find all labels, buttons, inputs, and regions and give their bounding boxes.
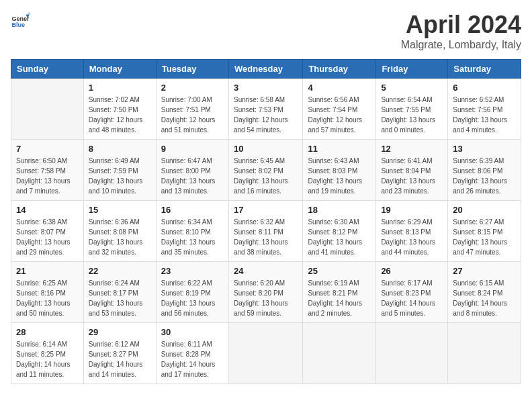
calendar-cell: 13Sunrise: 6:39 AM Sunset: 8:06 PM Dayli… [448,140,521,201]
calendar-cell: 19Sunrise: 6:29 AM Sunset: 8:13 PM Dayli… [376,201,448,262]
calendar-cell [303,323,376,384]
day-info: Sunrise: 6:24 AM Sunset: 8:17 PM Dayligh… [89,278,151,318]
calendar-cell: 24Sunrise: 6:20 AM Sunset: 8:20 PM Dayli… [228,262,302,323]
day-info: Sunrise: 6:47 AM Sunset: 8:00 PM Dayligh… [161,156,224,196]
day-info: Sunrise: 6:32 AM Sunset: 8:11 PM Dayligh… [234,217,298,257]
calendar-cell: 30Sunrise: 6:11 AM Sunset: 8:28 PM Dayli… [156,323,228,384]
calendar-cell: 14Sunrise: 6:38 AM Sunset: 8:07 PM Dayli… [11,201,84,262]
day-number: 2 [161,83,224,93]
day-number: 16 [161,205,224,215]
weekday-friday: Friday [376,60,448,79]
day-number: 14 [16,205,79,215]
logo: General Blue [11,11,30,30]
day-number: 10 [234,144,298,154]
day-number: 4 [308,83,371,93]
calendar-cell [448,323,521,384]
calendar-cell: 26Sunrise: 6:17 AM Sunset: 8:23 PM Dayli… [376,262,448,323]
day-number: 7 [16,144,79,154]
day-number: 26 [381,266,443,276]
day-number: 11 [308,144,371,154]
calendar-cell: 9Sunrise: 6:47 AM Sunset: 8:00 PM Daylig… [156,140,228,201]
svg-marker-3 [28,13,30,15]
day-info: Sunrise: 6:49 AM Sunset: 7:59 PM Dayligh… [89,156,151,196]
calendar-cell: 5Sunrise: 6:54 AM Sunset: 7:55 PM Daylig… [376,79,448,140]
day-info: Sunrise: 6:27 AM Sunset: 8:15 PM Dayligh… [453,217,516,257]
day-number: 28 [16,327,79,337]
day-number: 19 [381,205,443,215]
day-info: Sunrise: 6:54 AM Sunset: 7:55 PM Dayligh… [381,95,443,135]
week-row-2: 7Sunrise: 6:50 AM Sunset: 7:58 PM Daylig… [11,140,521,201]
day-info: Sunrise: 6:11 AM Sunset: 8:28 PM Dayligh… [161,339,224,379]
day-info: Sunrise: 6:20 AM Sunset: 8:20 PM Dayligh… [234,278,298,318]
day-info: Sunrise: 6:14 AM Sunset: 8:25 PM Dayligh… [16,339,79,379]
day-info: Sunrise: 6:36 AM Sunset: 8:08 PM Dayligh… [89,217,151,257]
day-number: 13 [453,144,516,154]
weekday-thursday: Thursday [303,60,376,79]
day-number: 1 [89,83,151,93]
day-number: 8 [89,144,151,154]
calendar-cell: 8Sunrise: 6:49 AM Sunset: 7:59 PM Daylig… [83,140,156,201]
day-info: Sunrise: 6:56 AM Sunset: 7:54 PM Dayligh… [308,95,371,135]
day-info: Sunrise: 6:43 AM Sunset: 8:03 PM Dayligh… [308,156,371,196]
calendar-cell: 17Sunrise: 6:32 AM Sunset: 8:11 PM Dayli… [228,201,302,262]
calendar-cell: 28Sunrise: 6:14 AM Sunset: 8:25 PM Dayli… [11,323,84,384]
day-number: 30 [161,327,224,337]
day-number: 18 [308,205,371,215]
day-info: Sunrise: 6:38 AM Sunset: 8:07 PM Dayligh… [16,217,79,257]
day-number: 17 [234,205,298,215]
day-info: Sunrise: 6:15 AM Sunset: 8:24 PM Dayligh… [453,278,516,318]
day-number: 9 [161,144,224,154]
weekday-saturday: Saturday [448,60,521,79]
day-info: Sunrise: 6:19 AM Sunset: 8:21 PM Dayligh… [308,278,371,318]
day-number: 21 [16,266,79,276]
calendar-cell: 3Sunrise: 6:58 AM Sunset: 7:53 PM Daylig… [228,79,302,140]
calendar-cell: 25Sunrise: 6:19 AM Sunset: 8:21 PM Dayli… [303,262,376,323]
weekday-wednesday: Wednesday [228,60,302,79]
calendar-cell: 20Sunrise: 6:27 AM Sunset: 8:15 PM Dayli… [448,201,521,262]
calendar-cell: 7Sunrise: 6:50 AM Sunset: 7:58 PM Daylig… [11,140,84,201]
calendar-table: SundayMondayTuesdayWednesdayThursdayFrid… [11,59,521,384]
calendar-cell: 12Sunrise: 6:41 AM Sunset: 8:04 PM Dayli… [376,140,448,201]
calendar-cell: 23Sunrise: 6:22 AM Sunset: 8:19 PM Dayli… [156,262,228,323]
calendar-cell: 15Sunrise: 6:36 AM Sunset: 8:08 PM Dayli… [83,201,156,262]
day-info: Sunrise: 7:02 AM Sunset: 7:50 PM Dayligh… [89,95,151,135]
calendar-cell: 18Sunrise: 6:30 AM Sunset: 8:12 PM Dayli… [303,201,376,262]
weekday-sunday: Sunday [11,60,84,79]
day-info: Sunrise: 6:29 AM Sunset: 8:13 PM Dayligh… [381,217,443,257]
day-number: 25 [308,266,371,276]
day-info: Sunrise: 6:52 AM Sunset: 7:56 PM Dayligh… [453,95,516,135]
calendar-cell: 29Sunrise: 6:12 AM Sunset: 8:27 PM Dayli… [83,323,156,384]
calendar-cell: 11Sunrise: 6:43 AM Sunset: 8:03 PM Dayli… [303,140,376,201]
day-info: Sunrise: 6:50 AM Sunset: 7:58 PM Dayligh… [16,156,79,196]
calendar-cell: 10Sunrise: 6:45 AM Sunset: 8:02 PM Dayli… [228,140,302,201]
calendar-title: April 2024 [401,11,521,39]
day-info: Sunrise: 6:58 AM Sunset: 7:53 PM Dayligh… [234,95,298,135]
day-number: 29 [89,327,151,337]
day-number: 23 [161,266,224,276]
calendar-location: Malgrate, Lombardy, Italy [401,39,521,51]
weekday-tuesday: Tuesday [156,60,228,79]
day-info: Sunrise: 6:17 AM Sunset: 8:23 PM Dayligh… [381,278,443,318]
day-info: Sunrise: 6:22 AM Sunset: 8:19 PM Dayligh… [161,278,224,318]
calendar-cell [228,323,302,384]
day-number: 6 [453,83,516,93]
calendar-cell: 6Sunrise: 6:52 AM Sunset: 7:56 PM Daylig… [448,79,521,140]
calendar-cell: 16Sunrise: 6:34 AM Sunset: 8:10 PM Dayli… [156,201,228,262]
day-number: 27 [453,266,516,276]
calendar-cell: 1Sunrise: 7:02 AM Sunset: 7:50 PM Daylig… [83,79,156,140]
day-number: 5 [381,83,443,93]
weekday-monday: Monday [83,60,156,79]
day-number: 3 [234,83,298,93]
calendar-cell [11,79,84,140]
day-info: Sunrise: 6:45 AM Sunset: 8:02 PM Dayligh… [234,156,298,196]
calendar-cell: 2Sunrise: 7:00 AM Sunset: 7:51 PM Daylig… [156,79,228,140]
weekday-header-row: SundayMondayTuesdayWednesdayThursdayFrid… [11,60,521,79]
svg-text:Blue: Blue [11,21,25,28]
week-row-5: 28Sunrise: 6:14 AM Sunset: 8:25 PM Dayli… [11,323,521,384]
week-row-1: 1Sunrise: 7:02 AM Sunset: 7:50 PM Daylig… [11,79,521,140]
day-info: Sunrise: 6:12 AM Sunset: 8:27 PM Dayligh… [89,339,151,379]
day-number: 20 [453,205,516,215]
calendar-cell: 22Sunrise: 6:24 AM Sunset: 8:17 PM Dayli… [83,262,156,323]
calendar-cell [376,323,448,384]
day-number: 12 [381,144,443,154]
